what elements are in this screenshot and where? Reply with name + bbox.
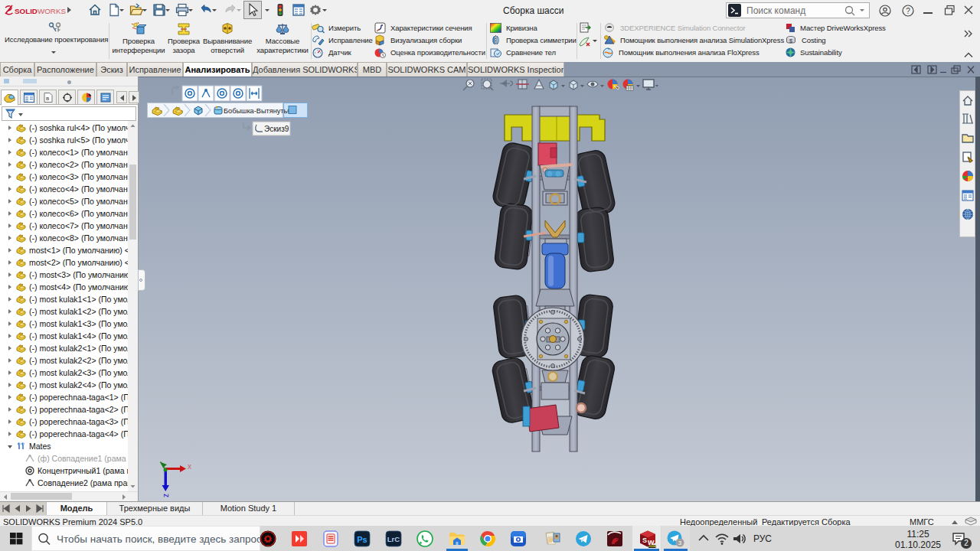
svg-text:S: S: [642, 536, 647, 544]
svg-text:Бобышка-Вытянуть6: Бобышка-Вытянуть6: [224, 107, 291, 115]
svg-text:ʙ: ʙ: [46, 95, 49, 102]
svg-text:$: $: [789, 38, 792, 44]
svg-text:Ps: Ps: [357, 535, 367, 544]
svg-text:x: x: [188, 462, 191, 471]
svg-text:?: ?: [906, 7, 910, 15]
svg-text:LrC: LrC: [387, 535, 400, 543]
svg-text:z: z: [162, 494, 170, 497]
svg-text:2024: 2024: [648, 544, 656, 548]
svg-text:3: 3: [678, 540, 682, 546]
svg-text:Эскиз9: Эскиз9: [264, 125, 289, 133]
svg-text:SOLIDWORKS: SOLIDWORKS: [15, 7, 66, 15]
